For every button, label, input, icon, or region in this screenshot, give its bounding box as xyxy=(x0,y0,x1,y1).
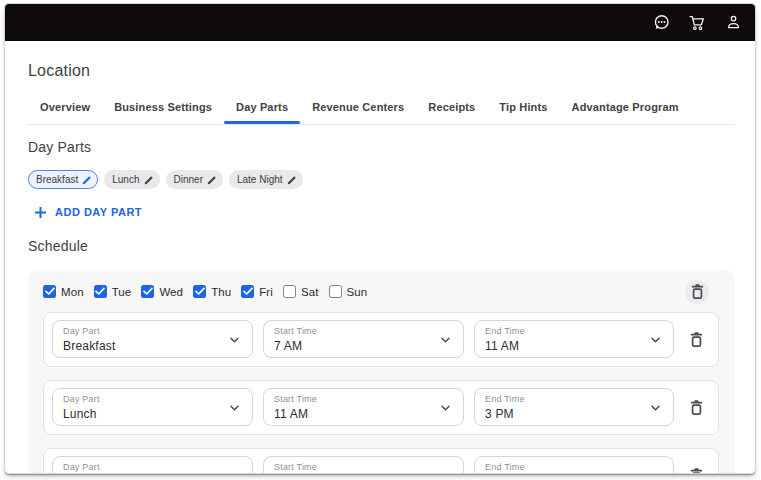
checkbox-unchecked[interactable] xyxy=(329,285,342,298)
weekday-tue[interactable]: Tue xyxy=(94,285,132,298)
main-content: Location Overview Business Settings Day … xyxy=(5,61,755,474)
weekday-label: Sun xyxy=(347,286,368,298)
select-value: 11 AM xyxy=(485,338,647,354)
schedule-row: Day Part Start Time End Time xyxy=(43,448,719,475)
edit-pencil-icon[interactable] xyxy=(82,175,92,185)
chevron-down-icon xyxy=(441,473,450,474)
tab-advantage-program[interactable]: Advantage Program xyxy=(560,93,691,124)
select-label: End Time xyxy=(485,462,647,473)
add-day-part-label: ADD DAY PART xyxy=(55,206,142,218)
weekday-thu[interactable]: Thu xyxy=(193,285,231,298)
weekday-label: Tue xyxy=(112,286,132,298)
weekday-fri[interactable]: Fri xyxy=(241,285,273,298)
weekday-mon[interactable]: Mon xyxy=(43,285,84,298)
schedule-row: Day Part Lunch Start Time 11 AM End Time… xyxy=(43,380,719,435)
select-value: 11 AM xyxy=(274,406,437,422)
tab-revenue-centers[interactable]: Revenue Centers xyxy=(300,93,416,124)
chevron-down-icon xyxy=(230,405,239,411)
checkbox-checked[interactable] xyxy=(241,285,254,298)
select-label: End Time xyxy=(485,326,647,337)
tab-overview[interactable]: Overview xyxy=(28,93,102,124)
chevron-down-icon xyxy=(651,405,660,411)
start-time-select[interactable]: Start Time 7 AM xyxy=(263,320,464,358)
weekday-label: Wed xyxy=(159,286,183,298)
chip-late-night[interactable]: Late Night xyxy=(229,170,303,189)
chevron-down-icon xyxy=(230,337,239,343)
cart-icon xyxy=(689,15,705,31)
add-day-part-button[interactable]: ADD DAY PART xyxy=(35,206,142,218)
end-time-select[interactable]: End Time 11 AM xyxy=(474,320,674,358)
delete-row-button[interactable] xyxy=(674,313,718,366)
tab-receipts[interactable]: Receipts xyxy=(416,93,487,124)
checkbox-checked[interactable] xyxy=(193,285,206,298)
edit-pencil-icon[interactable] xyxy=(207,175,217,185)
weekday-label: Fri xyxy=(259,286,273,298)
account-button[interactable] xyxy=(723,13,743,33)
chat-button[interactable] xyxy=(651,13,671,33)
day-part-select[interactable]: Day Part Lunch xyxy=(52,388,253,426)
weekday-label: Thu xyxy=(211,286,231,298)
account-icon xyxy=(726,15,741,30)
chevron-down-icon xyxy=(651,337,660,343)
trash-icon xyxy=(690,400,703,415)
checkbox-checked[interactable] xyxy=(141,285,154,298)
weekday-checkbox-row: Mon Tue Wed Thu Fri xyxy=(43,280,719,304)
select-label: Start Time xyxy=(274,462,437,473)
checkbox-checked[interactable] xyxy=(94,285,107,298)
schedule-heading: Schedule xyxy=(28,238,735,254)
select-label: End Time xyxy=(485,394,647,405)
chevron-down-icon xyxy=(441,405,450,411)
chip-label: Late Night xyxy=(237,174,283,185)
day-parts-heading: Day Parts xyxy=(28,139,735,155)
delete-row-button[interactable] xyxy=(674,449,718,475)
trash-icon xyxy=(690,468,703,475)
weekday-label: Sat xyxy=(301,286,319,298)
schedule-row: Day Part Breakfast Start Time 7 AM End T… xyxy=(43,312,719,367)
edit-pencil-icon[interactable] xyxy=(287,175,297,185)
chip-label: Breakfast xyxy=(36,174,78,185)
delete-row-button[interactable] xyxy=(674,381,718,434)
app-window: Location Overview Business Settings Day … xyxy=(4,3,756,474)
select-value: 3 PM xyxy=(485,406,647,422)
chat-icon xyxy=(653,14,670,31)
weekday-sun[interactable]: Sun xyxy=(329,285,368,298)
tab-bar: Overview Business Settings Day Parts Rev… xyxy=(28,93,735,125)
day-part-select[interactable]: Day Part Breakfast xyxy=(52,320,253,358)
chip-label: Lunch xyxy=(112,174,139,185)
select-value: 7 AM xyxy=(274,338,437,354)
day-part-chips: Breakfast Lunch Dinner Late Night xyxy=(28,170,735,189)
schedule-card: Mon Tue Wed Thu Fri xyxy=(28,270,735,475)
select-label: Day Part xyxy=(63,462,226,473)
checkbox-checked[interactable] xyxy=(43,285,56,298)
weekday-wed[interactable]: Wed xyxy=(141,285,183,298)
tab-business-settings[interactable]: Business Settings xyxy=(102,93,224,124)
select-label: Start Time xyxy=(274,326,437,337)
day-part-select[interactable]: Day Part xyxy=(52,456,253,474)
select-label: Day Part xyxy=(63,326,226,337)
chevron-down-icon xyxy=(441,337,450,343)
tab-tip-hints[interactable]: Tip Hints xyxy=(487,93,559,124)
plus-icon xyxy=(35,207,46,218)
select-label: Day Part xyxy=(63,394,226,405)
weekday-label: Mon xyxy=(61,286,84,298)
weekday-sat[interactable]: Sat xyxy=(283,285,319,298)
start-time-select[interactable]: Start Time xyxy=(263,456,464,474)
cart-button[interactable] xyxy=(687,13,707,33)
trash-icon xyxy=(691,284,704,299)
select-value: Lunch xyxy=(63,406,226,422)
chip-lunch[interactable]: Lunch xyxy=(104,170,159,189)
tab-day-parts[interactable]: Day Parts xyxy=(224,93,300,124)
chevron-down-icon xyxy=(651,473,660,474)
start-time-select[interactable]: Start Time 11 AM xyxy=(263,388,464,426)
chip-breakfast[interactable]: Breakfast xyxy=(28,170,98,189)
end-time-select[interactable]: End Time xyxy=(474,456,674,474)
page-title: Location xyxy=(28,61,735,80)
select-value: Breakfast xyxy=(63,338,226,354)
checkbox-unchecked[interactable] xyxy=(283,285,296,298)
chip-dinner[interactable]: Dinner xyxy=(166,170,223,189)
end-time-select[interactable]: End Time 3 PM xyxy=(474,388,674,426)
delete-schedule-button[interactable] xyxy=(685,280,709,304)
edit-pencil-icon[interactable] xyxy=(144,175,154,185)
top-bar xyxy=(5,4,755,41)
chevron-down-icon xyxy=(230,473,239,474)
